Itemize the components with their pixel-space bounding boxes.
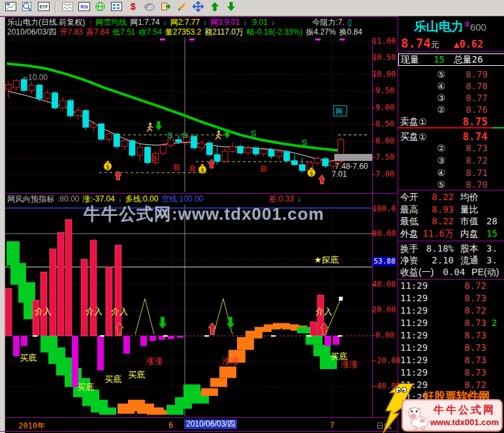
ask-row[interactable]: ②8.76 — [398, 104, 504, 115]
badge-site-name: 牛牛公式网 — [433, 404, 496, 417]
header-segment: ↓ — [297, 194, 301, 203]
svg-text:涨涨: 涨涨 — [222, 356, 239, 366]
toolbar-move-arrows-button[interactable] — [190, 1, 206, 16]
header-segment: ↓ — [243, 18, 247, 27]
magnifier-icon — [22, 1, 33, 14]
svg-text:B: B — [151, 153, 157, 163]
bid-row[interactable]: ③8.72 — [398, 155, 504, 166]
header-segment: :80.00 — [57, 194, 79, 203]
svg-text:★探底: ★探底 — [314, 255, 339, 265]
info-row: 最高8.93量比 — [398, 204, 504, 216]
svg-text:介入: 介入 — [86, 306, 102, 316]
total-volume: 26 — [472, 54, 483, 65]
header-segment: ↓ — [118, 194, 122, 203]
time-axis[interactable]: 2010年 6 2010/06/03/四 7 — [5, 418, 372, 431]
divider — [398, 51, 504, 52]
globe-icon — [95, 1, 106, 14]
ask-row[interactable]: ⑤8.79 — [398, 69, 504, 80]
toolbar-wave-lines-button[interactable] — [59, 1, 76, 16]
volume-row: 现量15总量26 — [398, 53, 504, 66]
bid-row[interactable]: ④8.71 — [398, 168, 504, 178]
header-segment: 涨:-37.04 — [82, 194, 114, 203]
svg-text:买底: 买底 — [77, 382, 94, 392]
header-segment: ▯ — [348, 18, 353, 27]
bid-row[interactable]: ②8.73 — [398, 143, 504, 153]
info-row: 最低8.22市值28 — [398, 216, 504, 228]
watermark-badge: 牛牛公式网 www.tdx001.com — [402, 399, 503, 432]
toolbar-pig-bank-button[interactable] — [141, 1, 157, 16]
header-segment: 振4.27% — [306, 27, 336, 37]
price-row: 8.74元▲0.62 — [398, 36, 504, 51]
axis-tick — [372, 157, 375, 158]
svg-text:B: B — [174, 162, 180, 172]
pencil-icon — [177, 1, 187, 14]
grid-board-icon — [111, 1, 122, 14]
main-toolbar: ETFRSI$ — [0, 0, 504, 16]
tick-row: 11:298.73 — [398, 342, 504, 353]
ask1-row[interactable]: 卖盘①8.75 — [398, 115, 504, 128]
bid1-row[interactable]: 买盘①8.74 — [398, 130, 504, 143]
toolbar-pencil-button[interactable] — [174, 1, 190, 16]
axis-tick — [372, 233, 375, 234]
svg-text:B: B — [189, 164, 195, 173]
toolbar-grid-board-button[interactable] — [108, 1, 125, 16]
price-axis-label: 11.00 — [372, 37, 394, 46]
toolbar-arrow-down-button[interactable] — [223, 1, 239, 16]
svg-text:RSI: RSI — [80, 5, 88, 9]
axis-tick — [372, 124, 375, 125]
toolbar-fund-chart-button[interactable] — [3, 1, 19, 16]
axis-tick — [372, 41, 375, 42]
candlestick-chart[interactable]: 7.48-7.607.01~10.00网$$$SSSSBBBB — [5, 38, 372, 192]
wave-lines-icon — [62, 1, 73, 14]
price-axis-label: 9.50 — [372, 86, 394, 95]
toolbar-separator — [55, 2, 56, 14]
toolbar-exit-door-button[interactable] — [157, 1, 174, 16]
header-segment: 2010/06/03/四 — [7, 27, 56, 37]
toolbar-globe-button[interactable] — [92, 1, 108, 16]
divider — [398, 241, 504, 241]
badge-site-url: www.tdx001.com — [430, 417, 499, 427]
tick-row: 11:298.73 — [398, 367, 504, 378]
header-segment: 量27353.2 — [165, 27, 201, 37]
spread-line-green — [492, 127, 504, 128]
toolbar-money-button[interactable]: $ — [125, 1, 141, 16]
toolbar-etf-button[interactable]: ETF — [35, 1, 52, 16]
info-row: 换手8.18%股本3. — [398, 243, 504, 255]
info-row: 外盘11.6万内盘15 — [398, 228, 504, 240]
toolbar-arrow-up-button[interactable] — [206, 1, 223, 16]
ask-row[interactable]: ④8.78 — [398, 81, 504, 91]
rsi-icon: RSI — [78, 1, 90, 14]
header-segment: 空线:100.00 — [161, 194, 203, 203]
header-segment: 网2:7.77 — [170, 18, 200, 27]
spread-line — [398, 127, 504, 128]
svg-text:介入: 介入 — [315, 306, 332, 316]
indicator-axis-label: 80.00 — [372, 229, 394, 238]
svg-text:$: $ — [200, 167, 204, 173]
header-segment: ↓ — [163, 18, 167, 27]
indicator-axis-label: 20.00 — [372, 305, 394, 314]
svg-text:S: S — [251, 128, 257, 138]
indicator-chart[interactable]: 介入介入介入介入买底买底买底买底买底涨涨涨涨涨涨★探底 — [5, 205, 372, 416]
ask-row[interactable]: ③8.77 — [398, 93, 504, 103]
header-segment: 差:0.33 — [268, 194, 294, 203]
toolbar-rsi-button[interactable]: RSI — [76, 1, 92, 16]
stock-badge: ③ — [464, 20, 470, 28]
header-segment: 开7.83 — [59, 27, 82, 37]
svg-text:S: S — [302, 138, 307, 147]
price-axis-label: 8.50 — [372, 119, 394, 128]
svg-text:网: 网 — [336, 108, 343, 115]
tick-row: 11:298.73 — [398, 355, 504, 365]
stock-name: 乐山电力 — [414, 20, 464, 33]
svg-text:涨涨: 涨涨 — [341, 359, 358, 369]
svg-text:涨涨: 涨涨 — [146, 356, 163, 366]
header-segment: 网3:9.01 — [210, 18, 240, 27]
trading-app-window: ETFRSI$ 乐山电力(日线.前复权)↑网雪均线网1:7.74↓网2:7.77… — [0, 0, 504, 433]
price-unit: 元 — [431, 40, 439, 50]
toolbar-magnifier-button[interactable] — [19, 1, 35, 16]
axis-tick — [372, 174, 375, 175]
cow-mascot-icon — [405, 404, 432, 433]
indicator-axis-label: 40.00 — [372, 280, 394, 289]
svg-text:介入: 介入 — [35, 306, 52, 316]
exit-door-icon — [160, 1, 171, 14]
bid-row[interactable]: ⑤8.70 — [398, 179, 504, 190]
